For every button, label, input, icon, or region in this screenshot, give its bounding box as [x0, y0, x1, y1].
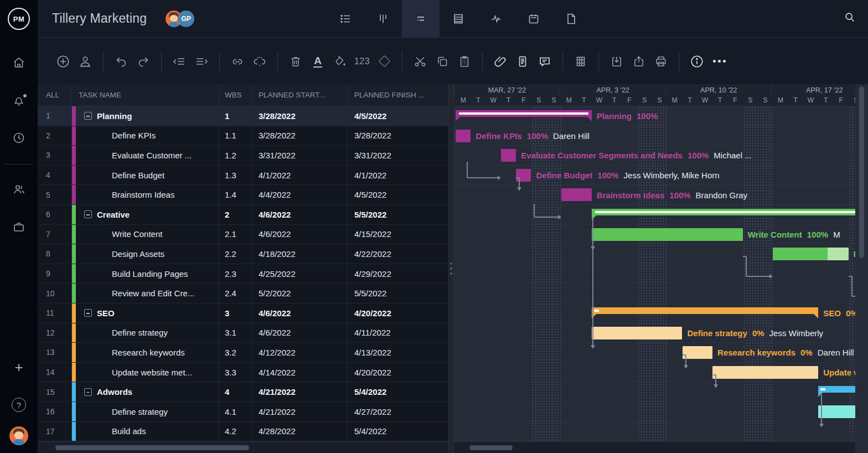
indent-icon[interactable]	[190, 50, 213, 73]
table-row[interactable]: 17Build ads4.24/28/20225/4/2022	[38, 422, 448, 442]
dependency-line	[746, 256, 747, 276]
table-row[interactable]: 14Update website met...3.34/14/20224/20/…	[38, 363, 448, 383]
delete-icon[interactable]	[285, 50, 307, 73]
table-row[interactable]: 8Design Assets2.24/18/20224/22/2022	[38, 244, 448, 264]
comment-icon[interactable]	[534, 50, 556, 73]
export-icon[interactable]	[628, 50, 650, 73]
gantt-hscroll-thumb[interactable]	[469, 445, 513, 450]
table-row[interactable]: 13Research keywords3.24/12/20224/13/2022	[38, 343, 448, 363]
collapse-icon[interactable]	[84, 309, 92, 317]
home-icon[interactable]	[0, 50, 38, 75]
summary-bar-row-6[interactable]	[592, 209, 855, 215]
add-task-icon[interactable]	[52, 50, 74, 73]
collapse-icon[interactable]	[84, 388, 92, 396]
tab-calendar-view[interactable]	[515, 0, 552, 38]
task-bar-row-16[interactable]	[818, 405, 855, 418]
import-icon[interactable]	[606, 50, 628, 73]
task-name-label: Define strategy	[112, 328, 168, 337]
table-row[interactable]: 6Creative24/6/20225/5/2022	[38, 205, 448, 225]
unlink-tasks-icon[interactable]	[249, 50, 271, 73]
recent-clock-icon[interactable]	[0, 125, 38, 151]
attachment-icon[interactable]	[489, 50, 512, 73]
paste-icon[interactable]	[453, 50, 476, 73]
summary-bar-row-1[interactable]	[456, 110, 592, 117]
table-row[interactable]: 5Brainstorm Ideas1.44/4/20224/5/2022	[38, 185, 448, 205]
dependency-line	[534, 217, 558, 218]
columns-icon[interactable]	[570, 50, 592, 73]
column-all[interactable]: ALL	[38, 84, 72, 106]
table-row[interactable]: 12Define strategy3.14/6/20224/11/2022	[38, 323, 448, 343]
milestone-icon[interactable]	[373, 50, 395, 73]
info-icon[interactable]	[686, 50, 708, 73]
tab-docs-view[interactable]	[552, 0, 590, 38]
add-plus-icon[interactable]: +	[0, 354, 38, 380]
gantt-vscrollbar[interactable]	[855, 84, 868, 453]
collapse-icon[interactable]	[84, 112, 92, 120]
table-hscrollbar[interactable]	[38, 441, 448, 453]
table-row[interactable]: 3Evaluate Customer ...1.23/31/20223/31/2…	[38, 146, 448, 166]
bar-task-name: Planning	[597, 111, 632, 121]
task-bar-row-14[interactable]	[712, 366, 818, 379]
more-icon[interactable]	[708, 50, 730, 73]
table-row[interactable]: 15Adwords44/21/20225/4/2022	[38, 382, 448, 402]
task-bar-row-3[interactable]	[501, 149, 516, 162]
table-row[interactable]: 16Define strategy4.14/21/20224/27/2022	[38, 402, 448, 422]
assign-person-icon[interactable]	[74, 50, 96, 73]
link-tasks-icon[interactable]	[226, 50, 249, 73]
column-planned-finish[interactable]: PLANNED FINISH ...	[348, 84, 448, 106]
tab-gantt-view[interactable]	[402, 0, 440, 38]
table-row[interactable]: 11SEO34/6/20224/20/2022	[38, 303, 448, 323]
table-row[interactable]: 1Planning13/28/20224/5/2022	[38, 106, 448, 126]
gantt-hscrollbar[interactable]	[454, 441, 855, 453]
table-row[interactable]: 7Write Content2.14/6/20224/15/2022	[38, 225, 448, 245]
summary-bar-row-15[interactable]	[818, 386, 855, 393]
pm-logo[interactable]: PM	[0, 0, 38, 38]
tab-activity-view[interactable]	[477, 0, 515, 38]
fill-color-icon[interactable]	[329, 50, 351, 73]
team-icon[interactable]	[0, 177, 38, 202]
task-name: SEO	[79, 308, 115, 318]
tab-list-view[interactable]	[327, 0, 364, 38]
task-color-strip	[72, 146, 76, 165]
help-icon[interactable]: ?	[0, 392, 38, 418]
task-bar-row-13[interactable]	[683, 346, 713, 359]
user-avatar[interactable]	[9, 426, 28, 445]
redo-icon[interactable]	[132, 50, 154, 73]
notes-icon[interactable]	[512, 50, 534, 73]
table-row[interactable]: 9Build Landing Pages2.34/25/20224/29/202…	[38, 264, 448, 284]
copy-icon[interactable]	[431, 50, 453, 73]
text-color-icon[interactable]: A	[307, 50, 329, 73]
notifications-bell-icon[interactable]	[0, 87, 38, 113]
panel-splitter[interactable]	[448, 84, 454, 453]
portfolio-briefcase-icon[interactable]	[0, 214, 38, 240]
table-row[interactable]: 4Define Budget1.34/1/20224/1/2022	[38, 166, 448, 186]
table-row[interactable]: 2Define KPIs1.13/28/20223/28/2022	[38, 126, 448, 146]
column-task-name[interactable]: TASK NAME	[72, 84, 219, 106]
column-wbs[interactable]: WBS	[219, 84, 252, 106]
project-members[interactable]: GP	[166, 11, 194, 27]
planned-start-value: 4/12/2022	[252, 343, 348, 362]
gantt-vscroll-thumb[interactable]	[859, 86, 864, 258]
undo-icon[interactable]	[110, 50, 132, 73]
task-bar-row-7[interactable]	[592, 228, 743, 241]
task-bar-row-5[interactable]	[561, 188, 592, 201]
cut-icon[interactable]	[409, 50, 431, 73]
tab-board-view[interactable]	[364, 0, 402, 38]
task-bar-row-12[interactable]	[592, 327, 683, 339]
tab-sheet-view[interactable]	[440, 0, 477, 38]
print-icon[interactable]	[650, 50, 672, 73]
outdent-icon[interactable]	[168, 50, 190, 73]
task-bar-row-2[interactable]	[456, 130, 471, 142]
summary-bar-row-11[interactable]	[592, 307, 819, 314]
search-icon[interactable]	[844, 11, 856, 23]
task-bar-row-8[interactable]	[773, 248, 849, 260]
bar-percent: 100%	[807, 230, 828, 239]
left-rail: PM + ?	[0, 0, 38, 453]
table-hscroll-thumb[interactable]	[55, 445, 249, 450]
number-format-icon[interactable]: 123	[351, 50, 373, 73]
member-avatar-gp[interactable]: GP	[178, 11, 194, 27]
column-planned-start[interactable]: PLANNED START...	[252, 84, 348, 106]
avatar-face	[14, 431, 23, 439]
collapse-icon[interactable]	[84, 210, 92, 218]
table-row[interactable]: 10Review and Edit Cre...2.45/2/20225/5/2…	[38, 284, 448, 303]
